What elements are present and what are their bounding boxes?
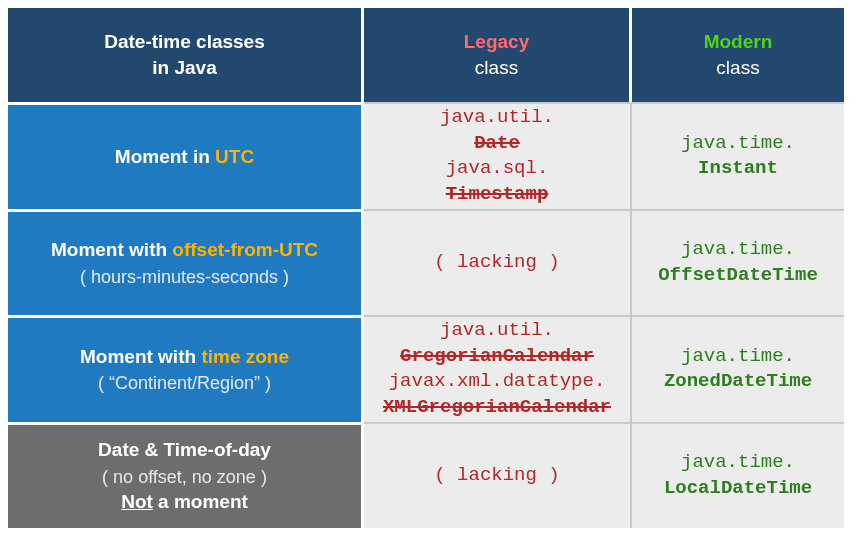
row3-description: Moment with time zone ( “Continent/Regio… <box>8 315 364 422</box>
row2-desc-text: Moment with offset-from-UTC <box>51 237 318 263</box>
header-description: Date-time classes in Java <box>8 8 364 102</box>
header-desc-title: Date-time classes <box>104 29 265 55</box>
row4-description: Date & Time-of-day ( no offset, no zone … <box>8 422 364 529</box>
row4-modern: java.time. LocalDateTime <box>632 422 844 529</box>
table-header-row: Date-time classes in Java Legacy class M… <box>8 8 844 102</box>
row3-desc-text: Moment with time zone <box>80 344 289 370</box>
header-modern-sub: class <box>716 55 759 81</box>
legacy-class-deprecated: Date <box>474 131 520 157</box>
legacy-class-deprecated: Timestamp <box>446 182 549 208</box>
row1-description: Moment in UTC <box>8 102 364 209</box>
legacy-lacking: ( lacking ) <box>434 463 559 489</box>
row2-modern: java.time. OffsetDateTime <box>632 209 844 316</box>
modern-package: java.time. <box>681 131 795 157</box>
row1-legacy: java.util. Date java.sql. Timestamp <box>364 102 632 209</box>
legacy-class-deprecated: GregorianCalendar <box>400 344 594 370</box>
row3-legacy: java.util. GregorianCalendar javax.xml.d… <box>364 315 632 422</box>
row3-modern: java.time. ZonedDateTime <box>632 315 844 422</box>
table-row: Moment in UTC java.util. Date java.sql. … <box>8 102 844 209</box>
header-legacy-sub: class <box>475 55 518 81</box>
row1-modern: java.time. Instant <box>632 102 844 209</box>
modern-class: Instant <box>698 156 778 182</box>
header-modern: Modern class <box>632 8 844 102</box>
legacy-lacking: ( lacking ) <box>434 250 559 276</box>
row3-desc-sub: ( “Continent/Region” ) <box>98 371 271 395</box>
row4-desc-sub2: Not a moment <box>121 489 248 515</box>
modern-class: OffsetDateTime <box>658 263 818 289</box>
modern-package: java.time. <box>681 450 795 476</box>
legacy-package: javax.xml.datatype. <box>389 369 606 395</box>
legacy-package: java.util. <box>440 318 554 344</box>
table-row: Moment with time zone ( “Continent/Regio… <box>8 315 844 422</box>
comparison-table: Date-time classes in Java Legacy class M… <box>8 8 844 528</box>
row4-legacy: ( lacking ) <box>364 422 632 529</box>
header-legacy-word: Legacy <box>464 29 529 55</box>
table-row: Date & Time-of-day ( no offset, no zone … <box>8 422 844 529</box>
table-row: Moment with offset-from-UTC ( hours-minu… <box>8 209 844 316</box>
header-legacy: Legacy class <box>364 8 632 102</box>
modern-class: ZonedDateTime <box>664 369 812 395</box>
modern-package: java.time. <box>681 237 795 263</box>
row1-desc-text: Moment in UTC <box>115 144 254 170</box>
modern-class: LocalDateTime <box>664 476 812 502</box>
header-desc-sub: in Java <box>152 55 216 81</box>
legacy-class-deprecated: XMLGregorianCalendar <box>383 395 611 421</box>
row2-desc-sub: ( hours-minutes-seconds ) <box>80 265 289 289</box>
legacy-package: java.util. <box>440 105 554 131</box>
header-modern-word: Modern <box>704 29 773 55</box>
legacy-package: java.sql. <box>446 156 549 182</box>
row2-description: Moment with offset-from-UTC ( hours-minu… <box>8 209 364 316</box>
row2-legacy: ( lacking ) <box>364 209 632 316</box>
row4-desc-sub1: ( no offset, no zone ) <box>102 465 267 489</box>
row4-desc-main: Date & Time-of-day <box>98 437 271 463</box>
modern-package: java.time. <box>681 344 795 370</box>
